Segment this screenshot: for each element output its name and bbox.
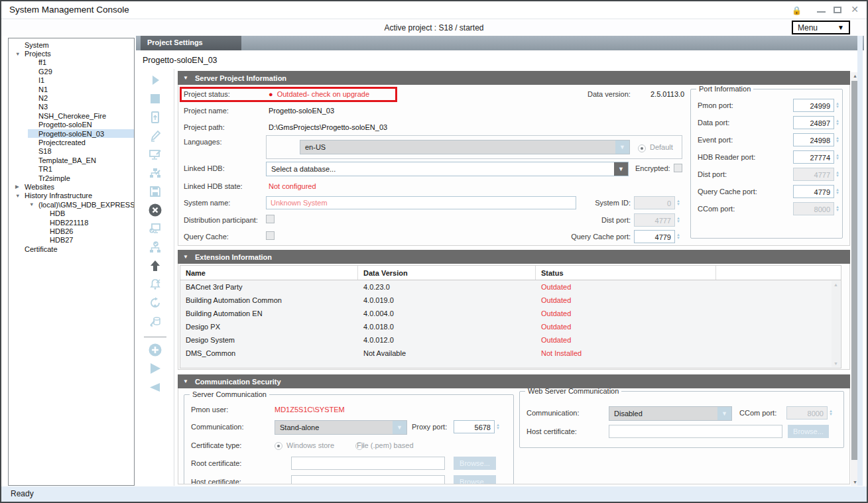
minimize-button[interactable] [817,11,826,13]
dropdown-arrow-icon[interactable]: ▼ [614,162,628,176]
expander-right-icon[interactable]: ▶ [14,184,25,190]
disable-notifications-icon[interactable] [147,277,163,292]
tree-item-n2[interactable]: N2 [9,93,134,102]
tree-item-ff1[interactable]: ff1 [9,58,134,67]
start-icon[interactable] [147,73,163,87]
spinner-arrows-icon[interactable]: ▲▼ [675,233,680,240]
web-host-certificate-input[interactable] [609,425,782,438]
tree-item-hdb26[interactable]: HDB26 [9,227,134,235]
web-host-certificate-browse-button[interactable]: Browse... [788,425,829,438]
table-row[interactable]: Building Automation Common 4.0.019.0 Out… [180,294,841,307]
tree-item-tr1[interactable]: TR1 [9,164,134,173]
dist-port-spinner[interactable]: 4777 ▲▼ [634,213,680,227]
dist-port-group-spinner[interactable]: 4777▲▼ [793,168,839,181]
add-icon[interactable] [147,343,163,357]
server-project-information-header[interactable]: ▼ Server Project Information [178,71,850,85]
system-id-spinner[interactable]: 0 ▲▼ [634,196,680,209]
communication-security-header[interactable]: ▼ Communication Security [178,374,850,388]
collapse-icon[interactable]: ▼ [183,75,188,81]
query-cache-port-group-spinner[interactable]: 4779▲▼ [793,185,839,198]
server-communication-dropdown[interactable]: Stand-alone ▼ [275,420,407,435]
distribution-participant-checkbox[interactable] [266,215,275,223]
activate-icon[interactable] [147,361,163,376]
windows-store-radio[interactable] [275,442,282,450]
spinner-arrows-icon[interactable]: ▲▼ [834,102,839,109]
dropdown-arrow-icon[interactable]: ▼ [717,407,731,420]
edit-project-icon[interactable] [147,129,163,143]
restore-project-icon[interactable] [147,110,163,125]
expander-down-icon[interactable]: ▼ [14,193,25,199]
encrypted-checkbox[interactable] [674,164,682,172]
spinner-arrows-icon[interactable]: ▲▼ [834,119,839,126]
tree-item-hdb27[interactable]: HDB27 [9,236,134,245]
tree-item-hdb[interactable]: HDB [9,209,134,217]
pmon-port-spinner[interactable]: 24999▲▼ [793,99,839,112]
extension-information-header[interactable]: ▼ Extension Information [178,250,850,264]
tree-item-projectcreated[interactable]: Projectcreated [9,138,134,146]
spinner-arrows-icon[interactable]: ▲▼ [834,137,839,143]
tree-item-n1[interactable]: N1 [9,85,134,93]
upgrade-project-icon[interactable] [147,258,163,273]
proxy-port-spinner[interactable]: 5678 ▲▼ [454,420,500,433]
spinner-arrows-icon[interactable]: ▲▼ [834,205,839,212]
tree-item-websites[interactable]: ▶Websites [9,182,134,191]
table-row[interactable]: Desigo PX 4.0.018.0 Outdated [180,320,841,333]
close-button[interactable]: ✕ [851,4,859,15]
edit-distribution-icon[interactable] [147,166,163,180]
tree-item-i1[interactable]: I1 [9,76,134,85]
language-dropdown[interactable]: en-US ▼ [300,140,630,154]
tree-item-system[interactable]: System [9,40,134,49]
table-scrollbar[interactable]: ▲ ▼ [832,281,840,367]
data-port-spinner[interactable]: 24897▲▼ [793,116,839,129]
save-icon[interactable] [147,184,163,199]
cleanup-database-icon[interactable] [147,314,163,329]
spinner-arrows-icon[interactable]: ▲▼ [495,423,500,430]
spinner-arrows-icon[interactable]: ▲▼ [834,154,839,160]
scroll-up-icon[interactable]: ▲ [834,282,838,287]
column-data-version[interactable]: Data Version [358,266,536,280]
maximize-button[interactable] [834,7,841,13]
tree-item-certificate[interactable]: Certificate [9,245,134,253]
spinner-arrows-icon[interactable]: ▲▼ [834,171,839,178]
table-row[interactable]: Desigo System 4.0.012.0 Outdated [180,333,841,347]
deactivate-icon[interactable] [147,380,163,394]
tree-item-progetto-soloen-03-selected[interactable]: Progetto-soloEN_03 [9,129,134,138]
tab-project-settings[interactable]: Project Settings [141,36,241,50]
stop-icon[interactable] [147,91,163,106]
host-certificate-input[interactable] [291,475,445,484]
expander-down-icon[interactable]: ▼ [28,201,38,207]
dropdown-arrow-icon[interactable]: ▼ [393,421,406,434]
spinner-arrows-icon[interactable]: ▲▼ [675,217,680,223]
tree-item-template-ba-en[interactable]: Template_BA_EN [9,156,134,164]
spinner-arrows-icon[interactable]: ▲▼ [675,199,680,206]
column-name[interactable]: Name [180,266,358,280]
table-row[interactable]: DMS_Common Not Available Not Installed [180,347,841,360]
tree-item-nsh-cherokee-fire[interactable]: NSH_Cherokee_Fire [9,111,134,120]
tree-item-hdb221118[interactable]: HDB221118 [9,218,134,227]
root-certificate-browse-button[interactable]: Browse... [454,457,496,470]
root-certificate-input[interactable] [291,457,445,470]
hdb-reader-port-spinner[interactable]: 27774▲▼ [793,150,839,164]
spinner-arrows-icon[interactable]: ▲▼ [828,410,833,416]
tree-item-n3[interactable]: N3 [9,103,134,111]
table-row[interactable]: Building Automation EN 4.0.004.0 Outdate… [180,307,841,320]
ccom-port-spinner[interactable]: 8000▲▼ [793,202,839,215]
column-status[interactable]: Status [536,266,716,280]
edit-system-icon[interactable] [147,147,163,162]
check-computer-icon[interactable] [147,221,163,236]
tree-item-progetto-soloen[interactable]: Progetto-soloEN [9,121,134,129]
expander-down-icon[interactable]: ▼ [14,51,25,57]
scroll-down-icon[interactable]: ▼ [834,361,838,366]
tree-item-projects[interactable]: ▼Projects [9,49,134,58]
event-port-spinner[interactable]: 24998▲▼ [793,133,839,146]
tree-item-s18[interactable]: S18 [9,147,134,156]
host-certificate-browse-button[interactable]: Browse... [454,475,496,484]
tree-item-history-infrastructure[interactable]: ▼History Infrastructure [9,192,134,200]
web-ccom-port-spinner[interactable]: 8000 ▲▼ [786,406,833,419]
spinner-arrows-icon[interactable]: ▲▼ [834,188,839,195]
linked-hdb-dropdown[interactable]: Select a database... ▼ [266,162,629,176]
default-language-radio[interactable] [638,144,646,152]
restore-history-icon[interactable] [147,296,163,310]
check-network-icon[interactable] [147,240,163,254]
query-cache-checkbox[interactable] [266,231,275,240]
